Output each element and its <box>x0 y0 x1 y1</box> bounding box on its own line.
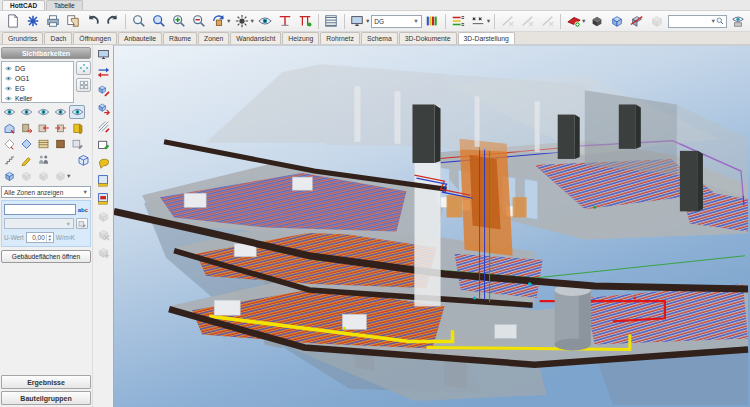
tab-oeffnungen[interactable]: Öffnungen <box>73 32 117 44</box>
layer-doc-button[interactable] <box>95 173 112 188</box>
swap-button[interactable] <box>95 65 112 80</box>
level-combobox[interactable]: DG▼ <box>371 15 421 28</box>
floor-list[interactable]: DG OG1 EG Keller <box>1 61 74 103</box>
floor-item-eg[interactable]: EG <box>4 83 71 93</box>
dropdown-arrow-icon[interactable]: ▼ <box>581 18 586 24</box>
cube-wire-button[interactable] <box>608 12 627 30</box>
tab-hottcad[interactable]: HottCAD <box>2 0 45 10</box>
tab-3d-darstellung[interactable]: 3D-Darstellung <box>458 32 515 44</box>
table-grid-icon <box>324 14 338 28</box>
house-icon <box>3 122 16 134</box>
dropdown-arrow-icon[interactable]: ▼ <box>249 18 254 24</box>
zoom-out-button[interactable] <box>189 12 208 30</box>
floor-item-og1[interactable]: OG1 <box>4 73 71 83</box>
edit-cube-button[interactable] <box>95 83 112 98</box>
marker-button[interactable] <box>18 153 34 167</box>
component-groups-button[interactable]: Bauteilgruppen <box>1 391 91 405</box>
zoom-in-icon <box>172 14 186 28</box>
edit-rect-button[interactable] <box>95 137 112 152</box>
furniture-button[interactable] <box>35 137 51 151</box>
show-house-button[interactable] <box>1 121 17 135</box>
eye-icon <box>4 95 13 102</box>
spinner-arrows-icon[interactable]: ▲▼ <box>46 234 53 242</box>
move-cube-button[interactable] <box>95 101 112 116</box>
line-tool-1-button <box>498 12 517 30</box>
visibility-button[interactable] <box>256 12 275 30</box>
results-button[interactable]: Ergebnisse <box>1 375 91 389</box>
floor-grid-button[interactable] <box>76 78 91 92</box>
show-building-button[interactable] <box>18 121 34 135</box>
zone-cube-button[interactable] <box>1 169 17 183</box>
tab-zonen[interactable]: Zonen <box>198 32 229 44</box>
zone-name-input[interactable] <box>4 204 76 215</box>
separator <box>560 14 561 29</box>
screen-view-button[interactable] <box>95 47 112 62</box>
door-visibility-button[interactable] <box>69 121 85 135</box>
tab-anbauteile[interactable]: Anbauteile <box>118 32 162 44</box>
eye-walls-button[interactable] <box>18 105 34 119</box>
persons-button[interactable] <box>35 153 51 167</box>
3d-viewport[interactable] <box>113 45 750 407</box>
floor-label: EG <box>15 85 25 92</box>
eye-cube-button[interactable] <box>728 12 747 30</box>
tab-tabelle[interactable]: Tabelle <box>46 0 83 10</box>
table-grid-button[interactable] <box>322 12 341 30</box>
cube-arrow-icon <box>97 102 110 115</box>
opening-edit-button[interactable] <box>69 137 85 151</box>
wall-view-out-button[interactable] <box>52 121 68 135</box>
print-button[interactable] <box>43 12 62 30</box>
grid-squares-icon <box>79 80 89 90</box>
eye-all-button[interactable] <box>1 105 17 119</box>
rename-abc-icon[interactable]: abc <box>78 207 88 213</box>
search-input[interactable] <box>671 18 711 25</box>
zoom-in-button[interactable] <box>169 12 188 30</box>
zone-filter-combobox[interactable]: Alle Zonen anzeigen ▼ <box>1 186 91 198</box>
open-surfaces-button[interactable]: Gebäudeflächen öffnen <box>1 250 91 263</box>
tab-heizung[interactable]: Heizung <box>282 32 319 44</box>
eye-toggle-button[interactable] <box>69 105 85 119</box>
tab-schema[interactable]: Schema <box>361 32 398 44</box>
tab-dach[interactable]: Dach <box>44 32 72 44</box>
hottcad-window: HottCAD Tabelle ▼ ▼ ▼ DG▼ ▼ ▼ <box>0 0 750 407</box>
search-box[interactable]: ▼ <box>668 15 727 28</box>
hatch-button[interactable] <box>95 119 112 134</box>
uwert-value: 0,00 <box>27 234 46 241</box>
new-document-button[interactable] <box>3 12 22 30</box>
eye-rooms-button[interactable] <box>35 105 51 119</box>
layer-doc-red-button[interactable] <box>95 191 112 206</box>
zoom-window-button[interactable] <box>129 12 148 30</box>
uwert-spinner[interactable]: 0,00 ▲▼ <box>26 232 54 243</box>
undo-button[interactable] <box>83 12 102 30</box>
floor-item-keller[interactable]: Keller <box>4 93 71 103</box>
building-arrow-icon <box>20 122 33 134</box>
dropdown-arrow-icon[interactable]: ▼ <box>226 18 231 24</box>
window-visibility-button[interactable] <box>18 137 34 151</box>
select-all-floors-button[interactable] <box>76 61 91 75</box>
cube-cut-button[interactable] <box>628 12 647 30</box>
column-colors-button[interactable] <box>423 12 442 30</box>
browse-button[interactable] <box>76 218 88 229</box>
eye-pipes-button[interactable] <box>52 105 68 119</box>
pan-button[interactable] <box>149 12 168 30</box>
tab-wandansicht[interactable]: Wandansicht <box>230 32 281 44</box>
redo-button[interactable] <box>103 12 122 30</box>
tab-3d-dokumente[interactable]: 3D-Dokumente <box>399 32 457 44</box>
floor-item-dg[interactable]: DG <box>4 63 71 73</box>
window-edit-button[interactable] <box>1 137 17 151</box>
lasso-button[interactable] <box>95 155 112 170</box>
settings-button[interactable] <box>23 12 42 30</box>
colored-levels-button[interactable] <box>449 12 468 30</box>
dimension-rooms-button[interactable] <box>296 12 315 30</box>
tab-grundriss[interactable]: Grundriss <box>2 32 43 44</box>
dropdown-arrow-icon[interactable]: ▼ <box>486 18 491 24</box>
dropdown-arrow-icon[interactable]: ▼ <box>365 18 370 24</box>
copy-button[interactable] <box>63 12 82 30</box>
tab-rohrnetz[interactable]: Rohrnetz <box>320 32 360 44</box>
stairs-button[interactable] <box>1 153 17 167</box>
dimension-walls-button[interactable] <box>276 12 295 30</box>
wall-view-in-button[interactable] <box>35 121 51 135</box>
tab-raeume[interactable]: Räume <box>163 32 197 44</box>
door-panel-button[interactable] <box>52 137 68 151</box>
room-box-button[interactable] <box>75 153 91 167</box>
cube-solid-button[interactable] <box>588 12 607 30</box>
